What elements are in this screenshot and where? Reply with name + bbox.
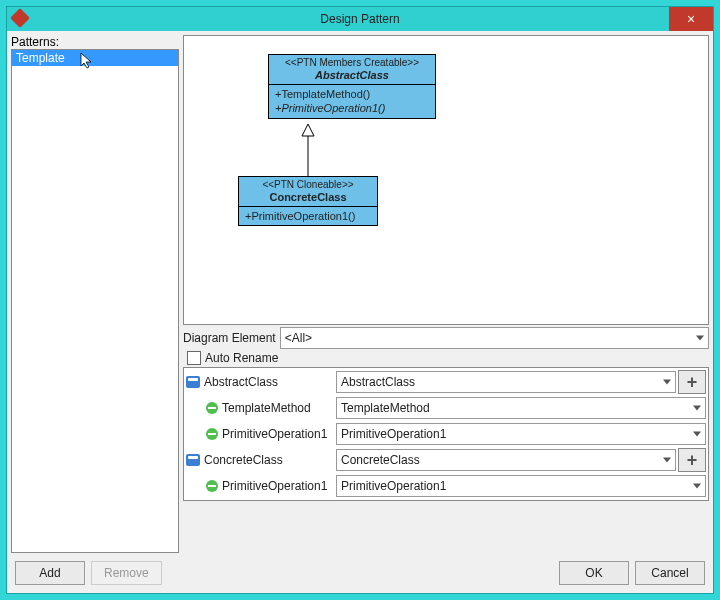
chevron-down-icon (693, 406, 701, 411)
class-icon (186, 376, 200, 388)
member-name-cell: AbstractClass (186, 375, 334, 389)
pattern-item-template[interactable]: Template (12, 50, 178, 66)
member-name: ConcreteClass (204, 453, 283, 467)
diagram-element-label: Diagram Element (183, 331, 276, 345)
member-name: PrimitiveOperation1 (222, 479, 327, 493)
member-value: TemplateMethod (341, 401, 430, 415)
chevron-down-icon (693, 484, 701, 489)
table-row: ConcreteClass ConcreteClass + (186, 448, 706, 472)
member-value: PrimitiveOperation1 (341, 427, 446, 441)
member-name: PrimitiveOperation1 (222, 427, 327, 441)
uml-classname: ConcreteClass (245, 191, 371, 204)
member-value-combo[interactable]: PrimitiveOperation1 (336, 475, 706, 497)
members-grid: AbstractClass AbstractClass + TemplateMe… (183, 367, 709, 501)
uml-stereotype: <<PTN Members Creatable>> (275, 57, 429, 69)
auto-rename-label: Auto Rename (205, 351, 278, 365)
add-member-button[interactable]: + (678, 448, 706, 472)
uml-operations: +PrimitiveOperation1() (239, 207, 377, 225)
table-row: AbstractClass AbstractClass + (186, 370, 706, 394)
cursor-icon (80, 52, 96, 70)
chevron-down-icon (696, 336, 704, 341)
uml-stereotype: <<PTN Cloneable>> (245, 179, 371, 191)
dialog-footer: Add Remove OK Cancel (7, 553, 713, 593)
ok-button-label: OK (585, 566, 602, 580)
member-value-combo[interactable]: PrimitiveOperation1 (336, 423, 706, 445)
auto-rename-checkbox[interactable]: Auto Rename (187, 351, 709, 365)
svg-marker-0 (302, 124, 314, 136)
dialog-body: Patterns: Template <<PTN Members Creatab… (7, 31, 713, 553)
patterns-pane: Patterns: Template (11, 35, 179, 553)
remove-button[interactable]: Remove (91, 561, 162, 585)
member-value: ConcreteClass (341, 453, 420, 467)
table-row: PrimitiveOperation1 PrimitiveOperation1 (186, 422, 706, 446)
dialog-window: Design Pattern × Patterns: Template (6, 6, 714, 594)
uml-class-concrete[interactable]: <<PTN Cloneable>> ConcreteClass +Primiti… (238, 176, 378, 226)
chevron-down-icon (663, 458, 671, 463)
uml-operations: +TemplateMethod() +PrimitiveOperation1() (269, 85, 435, 118)
patterns-label: Patterns: (11, 35, 179, 49)
chevron-down-icon (693, 432, 701, 437)
pattern-item-label: Template (16, 51, 65, 65)
cancel-button[interactable]: Cancel (635, 561, 705, 585)
diagram-canvas[interactable]: <<PTN Members Creatable>> AbstractClass … (183, 35, 709, 325)
add-button-label: Add (39, 566, 60, 580)
member-value-combo[interactable]: ConcreteClass (336, 449, 676, 471)
remove-button-label: Remove (104, 566, 149, 580)
diagram-element-row: Diagram Element <All> (183, 327, 709, 349)
member-value: AbstractClass (341, 375, 415, 389)
patterns-list[interactable]: Template (11, 49, 179, 553)
ok-button[interactable]: OK (559, 561, 629, 585)
right-pane: <<PTN Members Creatable>> AbstractClass … (183, 35, 709, 553)
diagram-element-combo[interactable]: <All> (280, 327, 709, 349)
uml-operation: +PrimitiveOperation1() (245, 209, 371, 223)
table-row: TemplateMethod TemplateMethod (186, 396, 706, 420)
uml-operation: +TemplateMethod() (275, 87, 429, 101)
member-value-combo[interactable]: TemplateMethod (336, 397, 706, 419)
member-name: TemplateMethod (222, 401, 311, 415)
close-icon: × (687, 11, 695, 27)
cancel-button-label: Cancel (651, 566, 688, 580)
add-button[interactable]: Add (15, 561, 85, 585)
member-value-combo[interactable]: AbstractClass (336, 371, 676, 393)
diagram-element-value: <All> (285, 331, 312, 345)
titlebar[interactable]: Design Pattern × (7, 7, 713, 31)
app-icon (10, 8, 30, 28)
window-title: Design Pattern (320, 12, 399, 26)
operation-icon (206, 480, 218, 492)
uml-operation: +PrimitiveOperation1() (275, 101, 429, 115)
table-row: PrimitiveOperation1 PrimitiveOperation1 (186, 474, 706, 498)
operation-icon (206, 402, 218, 414)
add-member-button[interactable]: + (678, 370, 706, 394)
uml-class-title: <<PTN Cloneable>> ConcreteClass (239, 177, 377, 207)
chevron-down-icon (663, 380, 671, 385)
member-name-cell: PrimitiveOperation1 (186, 427, 334, 441)
class-icon (186, 454, 200, 466)
close-button[interactable]: × (669, 7, 713, 31)
operation-icon (206, 428, 218, 440)
uml-classname: AbstractClass (275, 69, 429, 82)
member-name-cell: TemplateMethod (186, 401, 334, 415)
uml-class-title: <<PTN Members Creatable>> AbstractClass (269, 55, 435, 85)
member-value: PrimitiveOperation1 (341, 479, 446, 493)
uml-class-abstract[interactable]: <<PTN Members Creatable>> AbstractClass … (268, 54, 436, 119)
checkbox-icon (187, 351, 201, 365)
member-name-cell: PrimitiveOperation1 (186, 479, 334, 493)
member-name: AbstractClass (204, 375, 278, 389)
member-name-cell: ConcreteClass (186, 453, 334, 467)
